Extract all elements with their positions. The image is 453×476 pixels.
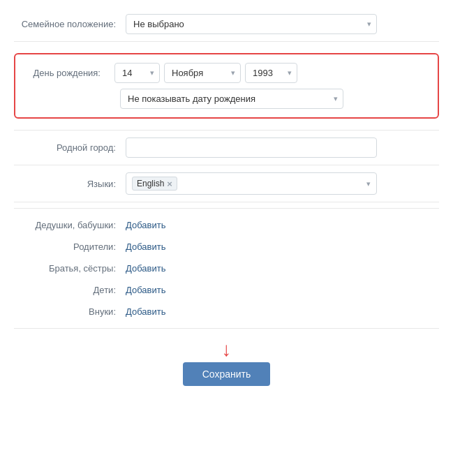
hometown-input[interactable] xyxy=(126,137,377,158)
language-tag-text: English xyxy=(137,179,164,188)
languages-label: Языки: xyxy=(14,179,126,189)
family-status-control: Не выбрано Не женат/Не замужем Встречает… xyxy=(126,14,439,34)
grandchildren-label: Внуки: xyxy=(14,306,126,317)
birthday-selects-row: День рождения: 14 12345 678910 111213151… xyxy=(27,63,426,83)
hometown-control xyxy=(126,137,439,158)
parents-label: Родители: xyxy=(14,241,126,252)
birthday-month-select[interactable]: ЯнваряФевраляМартаАпреля МаяИюняИюляАвгу… xyxy=(164,63,241,83)
birthday-visibility-select[interactable]: Не показывать дату рождения Показывать д… xyxy=(120,89,343,109)
save-section: ↓ Сохранить xyxy=(14,328,439,386)
birthday-visibility-row: Не показывать дату рождения Показывать д… xyxy=(27,89,426,109)
birthday-day-select[interactable]: 14 12345 678910 1112131516 1718192021 22… xyxy=(114,63,160,83)
family-status-select[interactable]: Не выбрано Не женат/Не замужем Встречает… xyxy=(126,14,377,34)
grandchildren-row: Внуки: Добавить xyxy=(14,301,439,322)
grandparents-row: Дедушки, бабушки: Добавить xyxy=(14,214,439,236)
birthday-month-wrapper[interactable]: ЯнваряФевраляМартаАпреля МаяИюняИюляАвгу… xyxy=(164,63,241,83)
form-container: Семейное положение: Не выбрано Не женат/… xyxy=(0,0,453,400)
birthday-day-wrapper[interactable]: 14 12345 678910 1112131516 1718192021 22… xyxy=(114,63,160,83)
birthday-label: День рождения: xyxy=(27,68,110,78)
siblings-row: Братья, сёстры: Добавить xyxy=(14,258,439,279)
grandparents-add-link[interactable]: Добавить xyxy=(126,220,165,230)
parents-add-link[interactable]: Добавить xyxy=(126,241,165,252)
children-add-link[interactable]: Добавить xyxy=(126,285,165,295)
arrow-container: ↓ Сохранить xyxy=(183,340,271,386)
parents-row: Родители: Добавить xyxy=(14,236,439,258)
hometown-row: Родной город: xyxy=(14,131,439,165)
birthday-visibility-wrapper[interactable]: Не показывать дату рождения Показывать д… xyxy=(120,89,343,109)
languages-control: English × ▾ xyxy=(126,172,439,195)
languages-chevron-icon: ▾ xyxy=(366,179,371,188)
section-divider xyxy=(14,208,439,209)
languages-field[interactable]: English × ▾ xyxy=(126,172,377,195)
siblings-add-link[interactable]: Добавить xyxy=(126,263,165,274)
language-tag-remove-icon[interactable]: × xyxy=(167,179,172,188)
family-status-select-wrapper[interactable]: Не выбрано Не женат/Не замужем Встречает… xyxy=(126,14,377,34)
family-status-row: Семейное положение: Не выбрано Не женат/… xyxy=(14,7,439,42)
hometown-label: Родной город: xyxy=(14,142,126,153)
language-tag-english: English × xyxy=(132,177,177,191)
children-row: Дети: Добавить xyxy=(14,279,439,301)
birthday-year-select[interactable]: 1993 1992199119901989 1988198719861985 xyxy=(245,63,297,83)
languages-row: Языки: English × ▾ xyxy=(14,165,439,202)
birthday-outer-row: День рождения: 14 12345 678910 111213151… xyxy=(14,42,439,131)
birthday-year-wrapper[interactable]: 1993 1992199119901989 1988198719861985 ▾ xyxy=(245,63,297,83)
grandparents-label: Дедушки, бабушки: xyxy=(14,220,126,230)
birthday-section: День рождения: 14 12345 678910 111213151… xyxy=(14,53,439,119)
grandchildren-add-link[interactable]: Добавить xyxy=(126,306,165,317)
birthday-controls: 14 12345 678910 1112131516 1718192021 22… xyxy=(114,63,297,83)
siblings-label: Братья, сёстры: xyxy=(14,263,126,274)
save-button[interactable]: Сохранить xyxy=(183,362,271,386)
arrow-down-icon: ↓ xyxy=(221,340,231,359)
family-status-label: Семейное положение: xyxy=(14,19,126,29)
children-label: Дети: xyxy=(14,285,126,295)
